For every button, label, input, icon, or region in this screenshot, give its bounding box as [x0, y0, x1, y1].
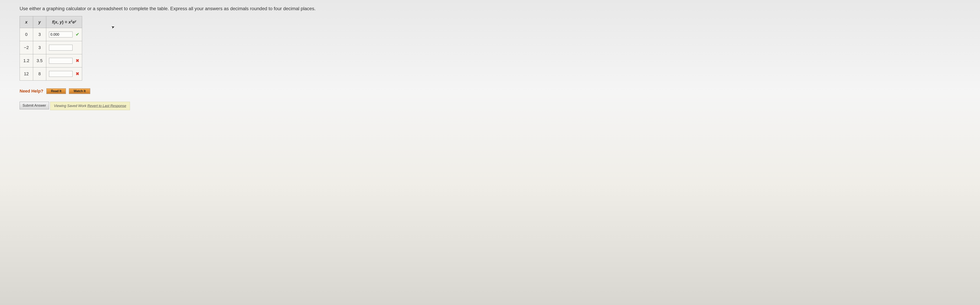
- saved-work-text: Viewing Saved Work: [54, 104, 88, 108]
- fn-exp2: 2: [71, 19, 72, 22]
- revert-link[interactable]: Revert to Last Response: [88, 104, 126, 108]
- fn-e: e: [72, 20, 75, 24]
- cell-y: 8: [33, 67, 46, 81]
- col-header-fn: f(x, y) = x2ey: [46, 16, 82, 28]
- instruction-text: Use either a graphing calculator or a sp…: [20, 6, 960, 11]
- col-header-y: y: [33, 16, 46, 28]
- answer-input-2[interactable]: [49, 58, 73, 64]
- submit-answer-button[interactable]: Submit Answer: [20, 102, 49, 110]
- watch-it-button[interactable]: Watch It: [69, 88, 90, 94]
- table-row: −2 3: [20, 41, 82, 54]
- cell-x: 12: [20, 67, 33, 81]
- cell-answer: ✖: [46, 67, 82, 81]
- cross-icon: ✖: [76, 71, 79, 76]
- help-row: Need Help? Read It Watch It: [20, 88, 960, 94]
- table-row: 12 8 ✖: [20, 67, 82, 81]
- fn-comma: ,: [57, 20, 60, 24]
- cell-answer: ✔: [46, 28, 82, 41]
- fn-f: f: [52, 20, 53, 24]
- function-table: x y f(x, y) = x2ey 0 3 ✔ −2 3: [20, 16, 82, 81]
- cell-x: 0: [20, 28, 33, 41]
- need-help-label: Need Help?: [20, 89, 43, 94]
- cell-y: 3: [33, 28, 46, 41]
- table-row: 1.2 3.5 ✖: [20, 54, 82, 67]
- read-it-button[interactable]: Read It: [46, 88, 66, 94]
- answer-input-1[interactable]: [49, 45, 73, 51]
- cell-x: 1.2: [20, 54, 33, 67]
- cell-answer: [46, 41, 82, 54]
- cell-y: 3.5: [33, 54, 46, 67]
- fn-x2: x: [68, 20, 71, 24]
- fn-x: x: [55, 20, 57, 24]
- table-row: 0 3 ✔: [20, 28, 82, 41]
- fn-expy: y: [75, 19, 76, 22]
- fn-open: (: [54, 20, 55, 24]
- answer-input-3[interactable]: [49, 71, 73, 77]
- cross-icon: ✖: [76, 58, 79, 63]
- cell-y: 3: [33, 41, 46, 54]
- saved-work-bar: Viewing Saved Work Revert to Last Respon…: [50, 102, 130, 110]
- col-header-x: x: [20, 16, 33, 28]
- cell-x: −2: [20, 41, 33, 54]
- cell-answer: ✖: [46, 54, 82, 67]
- fn-close: ) =: [62, 20, 68, 24]
- check-icon: ✔: [76, 32, 79, 37]
- answer-input-0[interactable]: [49, 32, 73, 37]
- fn-y: y: [60, 20, 62, 24]
